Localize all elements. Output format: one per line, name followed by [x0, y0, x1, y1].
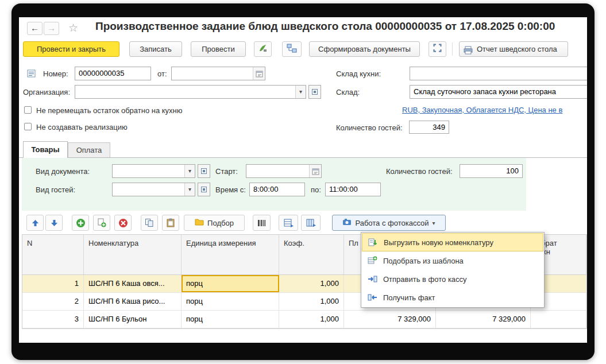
chevron-down-icon: ▾: [188, 168, 191, 174]
favorite-glyph: ☆: [68, 22, 78, 34]
price-terms-link[interactable]: RUB, Закупочная, Облагается НДС, Цена не…: [402, 106, 587, 114]
menu-item-get-fact[interactable]: Получить факт: [362, 288, 543, 307]
document-structure-button[interactable]: [282, 41, 302, 57]
delete-row-button[interactable]: [114, 215, 132, 231]
cell-unit[interactable]: порц: [182, 311, 279, 328]
calendar-button[interactable]: [253, 67, 265, 80]
table-row[interactable]: 3 ШС/НП 6 Бульон порц 1,000 7 329,000 7 …: [22, 311, 586, 328]
show-postings-button[interactable]: [254, 41, 272, 57]
kitchen-warehouse-label: Склад кухни:: [336, 69, 381, 78]
add-icon: [76, 218, 86, 228]
get-fact-icon: [368, 293, 377, 303]
column-header-coef[interactable]: Коэф.: [279, 235, 344, 274]
chevron-down-icon: ▾: [188, 186, 191, 192]
post-button[interactable]: Провести: [191, 41, 246, 57]
time-from-label: Время с:: [215, 185, 246, 194]
arrow-down-icon: [51, 219, 58, 227]
copy-icon: [145, 218, 154, 227]
time-from-field[interactable]: 8:00:00: [249, 183, 305, 196]
column-header-nomenclature[interactable]: Номенклатура: [84, 235, 182, 274]
time-to-field[interactable]: 11:00:00: [325, 183, 381, 196]
fill-table-button[interactable]: [279, 215, 298, 231]
column-header-n[interactable]: N: [22, 235, 84, 274]
post-and-close-button[interactable]: Провести и закрыть: [23, 41, 119, 57]
guest-kind-open-button[interactable]: [198, 183, 210, 196]
warehouse-field[interactable]: Склад суточного запаса кухни ресторана: [410, 85, 587, 99]
menu-item-label: Получить факт: [383, 293, 435, 302]
guest-kind-field[interactable]: Взрослый ▾: [112, 183, 195, 196]
no-return-checkbox[interactable]: [24, 106, 32, 114]
buffet-report-label: Отчет шведского стола: [477, 45, 557, 53]
create-documents-button[interactable]: Сформировать документы: [309, 41, 420, 57]
cell-coef[interactable]: 1,000: [279, 275, 344, 292]
no-sale-label: Не создавать реализацию: [36, 123, 128, 131]
add-row-button[interactable]: [72, 215, 89, 231]
kitchen-warehouse-field[interactable]: [410, 67, 587, 80]
load-table-button[interactable]: [301, 215, 321, 231]
number-field[interactable]: 00000000035: [75, 67, 151, 80]
printer-icon: [464, 45, 473, 57]
paste-icon: [167, 218, 175, 227]
cell-coef[interactable]: 1,000: [279, 311, 344, 328]
menu-item-send-to-photo-cash[interactable]: Отправить в фото кассу: [362, 270, 543, 288]
menu-item-export-nomenclature[interactable]: Выгрузить новую номенклатуру: [362, 233, 543, 251]
no-sale-checkbox[interactable]: [24, 123, 32, 130]
pick-button[interactable]: Подбор: [184, 215, 245, 231]
write-button[interactable]: Записать: [129, 41, 182, 57]
guest-kind-label: Вид гостей:: [36, 185, 75, 194]
photo-cash-menu-button[interactable]: Работа с фотокассой ▾: [332, 215, 446, 231]
copy-row-button[interactable]: [93, 215, 110, 231]
form-icon: [27, 69, 36, 80]
menu-item-label: Подобрать из шаблона: [383, 257, 464, 265]
buffet-report-button[interactable]: Отчет шведского стола: [459, 41, 568, 57]
guest-kind-dropdown-button[interactable]: ▾: [184, 183, 195, 196]
cell-unit[interactable]: порц: [182, 293, 279, 310]
cell-back[interactable]: [531, 311, 586, 328]
organization-field[interactable]: Отель ▾: [75, 85, 306, 99]
back-button[interactable]: ←: [27, 22, 43, 35]
copy-button[interactable]: [141, 215, 158, 231]
cell-nomenclature[interactable]: ШС/НП 6 Каша овся...: [84, 275, 182, 292]
barcode-button[interactable]: [253, 215, 271, 231]
folder-icon: [195, 218, 204, 227]
template-pick-icon: [368, 256, 377, 266]
organization-dropdown-button[interactable]: ▾: [295, 86, 306, 98]
forward-button[interactable]: →: [44, 22, 59, 35]
copy-new-icon: [97, 218, 106, 227]
chevron-down-icon: ▾: [433, 220, 435, 226]
delete-icon: [118, 218, 128, 228]
tab-goods[interactable]: Товары: [23, 141, 68, 158]
fullscreen-button[interactable]: [429, 41, 446, 57]
cell-n[interactable]: 3: [22, 311, 84, 328]
doc-kind-open-button[interactable]: [198, 164, 210, 178]
start-label: Старт:: [215, 167, 238, 176]
move-up-button[interactable]: [26, 215, 44, 231]
guests-plan-field[interactable]: 100: [460, 164, 523, 178]
doc-kind-field[interactable]: Завтрак ▾: [112, 164, 195, 178]
start-calendar-button[interactable]: [309, 165, 321, 177]
document-structure-icon: [287, 44, 297, 55]
cell-n[interactable]: 2: [22, 293, 84, 310]
cell-coef[interactable]: 1,000: [279, 293, 344, 310]
date-field[interactable]: 17.08.2025 0:00:00: [171, 67, 265, 80]
calendar-icon: [312, 168, 319, 175]
cell-col6[interactable]: 7 329,000: [436, 311, 531, 328]
start-date-field[interactable]: 17.09.2025: [246, 164, 322, 178]
organization-open-button[interactable]: [308, 85, 321, 99]
doc-kind-dropdown-button[interactable]: ▾: [184, 165, 195, 177]
menu-item-pick-from-template[interactable]: Подобрать из шаблона: [362, 251, 543, 270]
number-label: Номер:: [43, 69, 68, 78]
column-header-unit[interactable]: Единица измерения: [182, 235, 279, 274]
menu-item-label: Отправить в фото кассу: [383, 275, 467, 284]
paste-button[interactable]: [162, 215, 179, 231]
cell-unit-selected[interactable]: порц: [182, 275, 279, 292]
cell-plan[interactable]: 7 329,000: [344, 311, 436, 328]
barcode-icon: [257, 219, 266, 227]
guests-total-field[interactable]: 349: [409, 121, 449, 134]
move-down-button[interactable]: [45, 215, 63, 231]
cell-n[interactable]: 1: [22, 275, 84, 292]
cell-nomenclature[interactable]: ШС/НП 6 Бульон: [84, 311, 182, 328]
tab-payment[interactable]: Оплата: [68, 142, 110, 158]
cell-nomenclature[interactable]: ШС/НП 6 Каша рисо...: [84, 293, 182, 310]
favorite-star-icon[interactable]: ☆: [68, 21, 78, 34]
